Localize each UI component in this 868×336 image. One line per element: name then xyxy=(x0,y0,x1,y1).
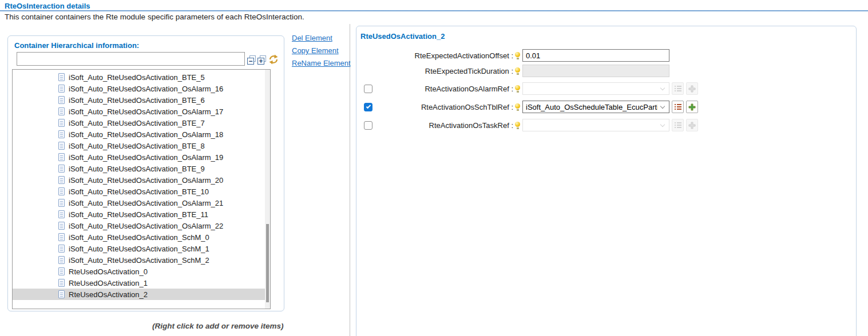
os-alarm-ref-checkbox[interactable] xyxy=(364,85,372,93)
list-item[interactable]: iSoft_Auto_RteUsedOsActivation_OsAlarm_1… xyxy=(13,83,265,94)
os-alarm-ref-combobox[interactable] xyxy=(522,82,669,95)
combobox-value: iSoft_Auto_OsScheduleTable_EcucPartitio xyxy=(526,103,657,111)
list-item[interactable]: iSoft_Auto_RteUsedOsActivation_BTE_9 xyxy=(13,163,265,174)
list-item[interactable]: iSoft_Auto_RteUsedOsActivation_OsAlarm_2… xyxy=(13,220,265,231)
document-icon xyxy=(58,210,65,218)
document-icon xyxy=(58,153,65,161)
tick-duration-input[interactable] xyxy=(522,65,669,77)
document-icon xyxy=(58,142,65,150)
page-title: RteOsInteraction details xyxy=(5,2,90,10)
ref-label: RteActivationOsAlarmRef : xyxy=(373,85,513,93)
checkbox-spacer xyxy=(364,67,372,75)
list-item-label: iSoft_Auto_RteUsedOsActivation_SchM_2 xyxy=(69,256,209,265)
copy-element-link[interactable]: Copy Element xyxy=(292,46,339,55)
list-scrollbar-thumb[interactable] xyxy=(266,224,269,302)
list-item[interactable]: iSoft_Auto_RteUsedOsActivation_OsAlarm_2… xyxy=(13,174,265,186)
list-item-label: iSoft_Auto_RteUsedOsActivation_BTE_9 xyxy=(69,165,205,173)
os-task-ref-add-button[interactable] xyxy=(686,119,698,131)
os-task-ref-pick-button[interactable] xyxy=(672,119,684,131)
list-item[interactable]: iSoft_Auto_RteUsedOsActivation_BTE_5 xyxy=(13,71,265,83)
collapse-all-icon[interactable]: − xyxy=(247,55,256,65)
right-click-hint: (Right click to add or remove items) xyxy=(152,322,284,330)
plus-icon xyxy=(688,122,696,129)
os-task-ref-checkbox[interactable] xyxy=(364,121,372,130)
ref-label: RteActivationOsTaskRef : xyxy=(373,121,513,130)
list-item-label: iSoft_Auto_RteUsedOsActivation_OsAlarm_1… xyxy=(69,85,223,93)
os-alarm-ref-add-button[interactable] xyxy=(686,82,698,95)
page-description: This container containers the Rte module… xyxy=(5,13,304,21)
list-picker-icon xyxy=(675,86,681,91)
list-item[interactable]: iSoft_Auto_RteUsedOsActivation_SchM_2 xyxy=(13,254,265,266)
ref-row-os-schtbl: RteActivationOsSchTblRef : iSoft_Auto_Os… xyxy=(364,100,698,114)
document-icon xyxy=(58,176,65,184)
list-item-label: iSoft_Auto_RteUsedOsActivation_BTE_11 xyxy=(69,210,208,219)
param-label: RteExpectedTickDuration : xyxy=(373,67,513,75)
plus-icon xyxy=(688,85,696,93)
list-item[interactable]: iSoft_Auto_RteUsedOsActivation_BTE_6 xyxy=(13,94,265,106)
document-icon xyxy=(58,245,65,253)
activation-offset-input[interactable] xyxy=(522,49,669,62)
ref-row-os-task: RteActivationOsTaskRef : xyxy=(364,118,698,132)
container-hierarchy-panel: Container Hierarchical information: − + … xyxy=(7,35,284,311)
list-item-label: RteUsedOsActivation_0 xyxy=(69,267,148,276)
document-icon xyxy=(58,290,65,298)
lightbulb-icon xyxy=(515,122,520,129)
document-icon xyxy=(58,165,65,173)
list-picker-icon xyxy=(675,104,681,110)
details-panel-title: RteUsedOsActivation_2 xyxy=(360,32,445,41)
document-icon xyxy=(58,119,65,127)
expand-all-icon[interactable]: + xyxy=(257,55,267,65)
document-icon xyxy=(58,233,65,241)
list-item[interactable]: iSoft_Auto_RteUsedOsActivation_OsAlarm_1… xyxy=(13,129,265,140)
list-item[interactable]: iSoft_Auto_RteUsedOsActivation_BTE_11 xyxy=(13,209,265,220)
check-icon xyxy=(366,104,370,109)
chevron-down-icon xyxy=(660,122,665,127)
param-row-activation-offset: RteExpectedActivationOffset : xyxy=(364,49,669,62)
plus-icon xyxy=(688,103,696,111)
app-window: RteOsInteraction details This container … xyxy=(0,0,868,336)
list-picker-icon xyxy=(675,122,681,128)
document-icon xyxy=(58,222,65,230)
list-item-label: iSoft_Auto_RteUsedOsActivation_OsAlarm_2… xyxy=(69,199,223,207)
list-item[interactable]: iSoft_Auto_RteUsedOsActivation_BTE_8 xyxy=(13,140,265,151)
os-schtbl-ref-pick-button[interactable] xyxy=(672,101,684,113)
refresh-icon[interactable] xyxy=(268,54,279,65)
list-item-label: iSoft_Auto_RteUsedOsActivation_BTE_6 xyxy=(69,96,205,105)
list-item[interactable]: iSoft_Auto_RteUsedOsActivation_SchM_1 xyxy=(13,243,265,254)
checkbox-spacer xyxy=(364,51,372,60)
list-item[interactable]: iSoft_Auto_RteUsedOsActivation_BTE_10 xyxy=(13,186,265,197)
list-item-label: iSoft_Auto_RteUsedOsActivation_OsAlarm_1… xyxy=(69,153,223,162)
os-schtbl-ref-add-button[interactable] xyxy=(686,101,698,113)
lightbulb-icon xyxy=(515,85,520,93)
param-label: RteExpectedActivationOffset : xyxy=(373,51,513,60)
list-item[interactable]: iSoft_Auto_RteUsedOsActivation_OsAlarm_2… xyxy=(13,197,265,209)
list-item-label: iSoft_Auto_RteUsedOsActivation_BTE_7 xyxy=(69,119,205,127)
list-item-label: RteUsedOsActivation_2 xyxy=(69,290,148,299)
os-alarm-ref-pick-button[interactable] xyxy=(672,82,684,95)
list-item[interactable]: iSoft_Auto_RteUsedOsActivation_OsAlarm_1… xyxy=(13,151,265,163)
list-item-label: iSoft_Auto_RteUsedOsActivation_OsAlarm_2… xyxy=(69,222,223,230)
document-icon xyxy=(58,187,65,195)
list-scrollbar[interactable] xyxy=(265,70,270,309)
ref-row-os-alarm: RteActivationOsAlarmRef : xyxy=(364,82,698,95)
list-item[interactable]: RteUsedOsActivation_1 xyxy=(13,277,265,289)
document-icon xyxy=(58,267,65,275)
list-item[interactable]: iSoft_Auto_RteUsedOsActivation_SchM_0 xyxy=(13,231,265,243)
document-icon xyxy=(58,130,65,138)
list-item[interactable]: RteUsedOsActivation_0 xyxy=(13,266,265,277)
search-input[interactable] xyxy=(17,52,245,66)
os-task-ref-combobox[interactable] xyxy=(522,119,669,131)
document-icon xyxy=(58,107,65,115)
list-item-label: iSoft_Auto_RteUsedOsActivation_OsAlarm_2… xyxy=(69,176,223,185)
list-item-label: iSoft_Auto_RteUsedOsActivation_OsAlarm_1… xyxy=(69,130,223,139)
os-schtbl-ref-combobox[interactable]: iSoft_Auto_OsScheduleTable_EcucPartitio xyxy=(522,101,669,113)
rename-element-link[interactable]: ReName Element xyxy=(292,59,351,67)
panel-splitter[interactable] xyxy=(350,24,350,336)
list-item[interactable]: RteUsedOsActivation_2 xyxy=(13,289,265,300)
list-item[interactable]: iSoft_Auto_RteUsedOsActivation_OsAlarm_1… xyxy=(13,106,265,117)
os-schtbl-ref-checkbox[interactable] xyxy=(364,103,372,111)
list-item[interactable]: iSoft_Auto_RteUsedOsActivation_BTE_7 xyxy=(13,117,265,129)
hierarchy-list: iSoft_Auto_RteUsedOsActivation_BTE_5 iSo… xyxy=(12,69,271,309)
del-element-link[interactable]: Del Element xyxy=(292,34,332,42)
title-divider xyxy=(0,10,868,11)
